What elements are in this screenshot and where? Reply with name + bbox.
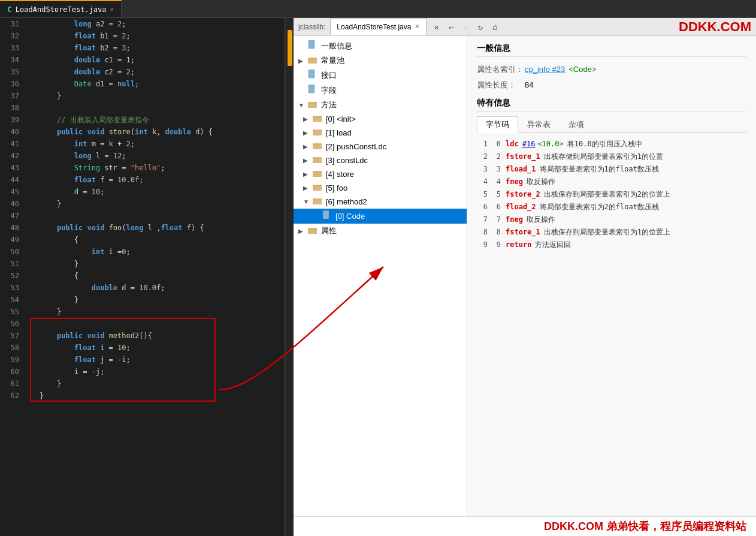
code-line: double c2 = 2;: [29, 66, 285, 78]
attr-index-link[interactable]: cp_info #23: [525, 65, 565, 74]
bytecode-row: 10ldc#16<10.0>将10.0的引用压入栈中: [477, 138, 746, 150]
line-number: 49: [0, 234, 19, 246]
line-number: 42: [0, 150, 19, 162]
tree-label: 常量池: [321, 55, 344, 66]
tree-item[interactable]: [0] Code: [294, 209, 467, 224]
tree-item[interactable]: ▶[2] pushConstLdc: [294, 140, 467, 153]
code-line: i = -j;: [29, 366, 285, 378]
code-text: double c1 = 1;: [40, 54, 285, 66]
code-text: }: [40, 306, 285, 318]
tree-item[interactable]: ▶常量池: [294, 53, 467, 68]
main-area: 3132333435363738394041424344454647484950…: [0, 18, 756, 536]
code-line: public void store(int k, double d) {: [29, 126, 285, 138]
code-text: Date d1 = null;: [40, 78, 285, 90]
tree-label: 字段: [321, 85, 337, 96]
tree-item[interactable]: 一般信息: [294, 38, 467, 53]
bytecode-table: 10ldc#16<10.0>将10.0的引用压入栈中22fstore_1出栈存储…: [477, 138, 746, 251]
bc-offset: 5: [490, 190, 501, 198]
jclasslib-tab[interactable]: LoadAndStoreTest.java ✕: [330, 18, 427, 35]
bc-offset: 9: [490, 240, 501, 249]
bc-extra: <10.0>: [537, 140, 563, 148]
line-number: 62: [0, 390, 19, 402]
code-text: }: [40, 390, 285, 402]
tree-label: [2] pushConstLdc: [326, 142, 386, 151]
bc-line-num: 7: [477, 215, 488, 224]
bc-instruction: fstore_1: [506, 228, 540, 236]
svg-rect-8: [313, 116, 316, 118]
code-text: public void foo(long l ,float f) {: [40, 222, 285, 234]
tree-item[interactable]: 接口: [294, 68, 467, 83]
tab-bytecode[interactable]: 字节码: [477, 116, 518, 133]
nav-refresh-btn[interactable]: ↻: [476, 21, 485, 33]
tab-close-java[interactable]: ✕: [110, 5, 114, 13]
bc-line-num: 6: [477, 203, 488, 211]
line-number: 52: [0, 270, 19, 282]
tree-item[interactable]: 字段: [294, 83, 467, 98]
tree-label: [0] Code: [335, 212, 365, 221]
code-line: {: [29, 270, 285, 282]
nav-forward-btn[interactable]: →: [461, 21, 470, 33]
tree-label: [1] load: [326, 128, 352, 137]
code-text: long a2 = 2;: [40, 18, 285, 30]
line-number: 33: [0, 42, 19, 54]
tab-label-java: LoadAndStoreTest.java: [16, 5, 107, 14]
bc-instruction: fstore_2: [506, 190, 540, 198]
line-number: 34: [0, 54, 19, 66]
code-text: [40, 318, 285, 330]
bc-offset: 8: [490, 228, 501, 236]
bc-comment: 出栈存储到局部变量表索引为1的位置: [544, 152, 663, 162]
info-tabs: 字节码 异常表 杂项: [477, 116, 746, 133]
line-number: 37: [0, 90, 19, 102]
line-number: 61: [0, 378, 19, 390]
bc-arg[interactable]: #16: [522, 140, 536, 148]
attr-index-row: 属性名索引： cp_info #23 <Code>: [477, 64, 746, 75]
tab-misc[interactable]: 杂项: [560, 116, 593, 133]
line-number: 57: [0, 330, 19, 342]
code-line: int m = k + 2;: [29, 138, 285, 150]
bc-instruction: fload_2: [506, 203, 536, 211]
line-number: 46: [0, 198, 19, 210]
line-number: 31: [0, 18, 19, 30]
bc-line-num: 9: [477, 240, 488, 249]
bc-offset: 4: [490, 177, 501, 186]
folder-icon: [308, 226, 319, 236]
nav-back-btn[interactable]: ←: [446, 21, 456, 33]
bytecode-row: 44fneg取反操作: [477, 176, 746, 188]
nav-home-btn[interactable]: ⌂: [490, 21, 500, 33]
bc-line-num: 1: [477, 140, 488, 148]
tab-exception-table[interactable]: 异常表: [518, 116, 560, 133]
nav-close-btn[interactable]: ✕: [431, 21, 441, 33]
code-text: }: [40, 198, 285, 210]
tab-loadandstoretest-java[interactable]: C LoadAndStoreTest.java ✕: [0, 0, 122, 17]
line-number: 43: [0, 162, 19, 174]
line-number: 56: [0, 318, 19, 330]
attr-len-label: 属性长度：: [477, 80, 525, 91]
code-line: float b1 = 2;: [29, 30, 285, 42]
special-info-title: 特有信息: [477, 98, 746, 112]
line-number: 44: [0, 174, 19, 186]
tree-item[interactable]: ▼方法: [294, 98, 467, 112]
code-line: {: [29, 234, 285, 246]
jclasslib-tab-close[interactable]: ✕: [415, 23, 420, 31]
code-text: }: [40, 90, 285, 102]
line-number: 40: [0, 126, 19, 138]
tree-expand-icon: ▶: [303, 157, 313, 164]
tree-item[interactable]: ▶属性: [294, 224, 467, 238]
tree-item[interactable]: ▶[4] store: [294, 167, 467, 181]
tree-item[interactable]: ▼[6] method2: [294, 195, 467, 209]
tree-item[interactable]: ▶[3] constLdc: [294, 153, 467, 167]
tree-item[interactable]: ▶[5] foo: [294, 181, 467, 195]
tree-expand-icon: ▶: [303, 116, 313, 122]
code-line: // 出栈装入局部变量表指令: [29, 114, 285, 126]
code-text: float j = -i;: [40, 354, 285, 366]
svg-rect-16: [313, 171, 316, 173]
tree-item[interactable]: ▶[1] load: [294, 126, 467, 140]
line-number: 54: [0, 294, 19, 306]
bc-instruction: return: [506, 240, 531, 249]
tree-item[interactable]: ▶[0] <init>: [294, 112, 467, 126]
bc-instruction: fload_1: [506, 165, 536, 173]
code-line: [29, 210, 285, 222]
bc-comment: 将局部变量表索引为1的float数压栈: [540, 164, 659, 174]
tree-expand-icon: ▼: [298, 102, 308, 109]
scroll-indicator[interactable]: [285, 18, 294, 536]
